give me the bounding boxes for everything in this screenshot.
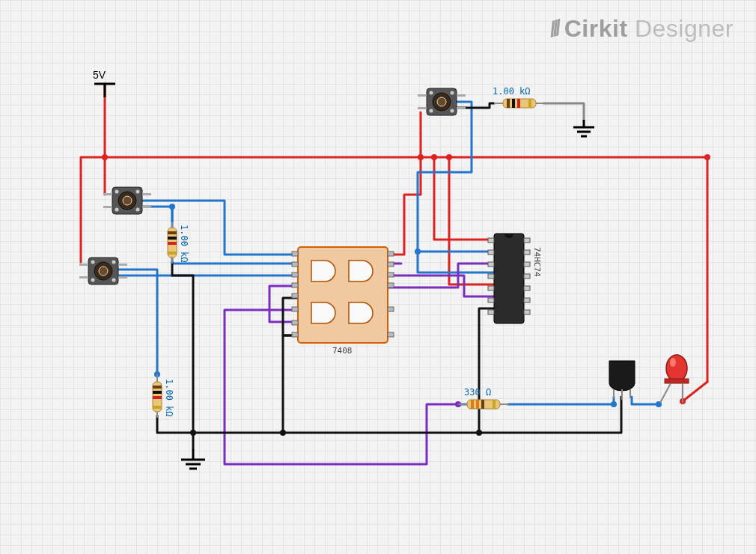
resistor-r2-label: 1.00 kΩ (164, 379, 174, 417)
node-gnd-b (280, 430, 286, 436)
svg-rect-72 (292, 252, 298, 256)
wire-blue-btn2-down[interactable] (118, 270, 157, 374)
wire-red-to-led[interactable] (683, 382, 707, 401)
svg-point-27 (112, 278, 116, 282)
svg-rect-78 (292, 320, 298, 325)
svg-point-16 (136, 208, 140, 212)
svg-point-24 (91, 261, 95, 264)
svg-point-38 (451, 109, 454, 113)
svg-rect-53 (153, 391, 162, 394)
svg-rect-77 (292, 307, 298, 311)
wire-blue-btn3-ic2-clk[interactable] (418, 102, 494, 252)
svg-rect-31 (118, 276, 127, 278)
wire-red-to-ic2a[interactable] (434, 157, 494, 240)
svg-point-36 (451, 91, 454, 95)
svg-rect-79 (292, 332, 298, 337)
node-gnd-a (190, 430, 196, 436)
wire-gnd-r2-join[interactable] (157, 416, 193, 433)
svg-point-34 (437, 97, 446, 106)
svg-rect-82 (388, 273, 394, 277)
wire-gnd-bus-right[interactable] (193, 397, 621, 433)
wire-blue-ic2-clk2[interactable] (418, 252, 494, 273)
svg-rect-87 (488, 238, 494, 243)
wire-black-ic1-gnd[interactable] (283, 335, 298, 433)
resistor-r2[interactable]: 1.00 kΩ (153, 374, 174, 418)
ic-7408-label: 7408 (332, 346, 353, 356)
svg-line-107 (660, 383, 671, 403)
svg-rect-62 (168, 252, 177, 255)
svg-rect-28 (79, 264, 88, 266)
svg-rect-96 (524, 262, 530, 267)
schematic-canvas[interactable]: /// Cirkit Designer (0, 0, 756, 554)
svg-rect-84 (388, 307, 394, 311)
svg-rect-73 (292, 262, 298, 267)
svg-rect-88 (488, 250, 494, 255)
wire-5v-to-btn2[interactable] (81, 157, 105, 262)
wire-red-ic1-vcc[interactable] (388, 157, 421, 255)
svg-rect-61 (168, 242, 177, 245)
resistor-r3[interactable]: 1.00 kΩ (168, 222, 189, 264)
pushbutton-2[interactable] (79, 258, 127, 284)
svg-rect-106 (665, 379, 689, 383)
svg-point-35 (430, 91, 433, 95)
svg-rect-74 (292, 273, 298, 277)
svg-rect-60 (168, 237, 177, 240)
resistor-r1-label: 1.00 kΩ (493, 86, 531, 97)
power-5v-label: 5V (93, 69, 106, 81)
svg-rect-93 (488, 310, 494, 314)
svg-point-105 (670, 358, 676, 367)
resistor-r4[interactable]: 330 Ω (458, 387, 509, 409)
svg-rect-41 (457, 94, 466, 97)
svg-rect-66 (471, 400, 474, 409)
transistor-bjt[interactable] (609, 361, 635, 400)
wire-5v-rail-top[interactable] (105, 84, 707, 382)
resistor-r4-label: 330 Ω (464, 387, 491, 398)
svg-rect-99 (524, 298, 530, 302)
wire-blue-btn1b-ic1[interactable] (142, 201, 298, 255)
svg-rect-46 (512, 99, 515, 108)
ic-74hc74[interactable]: 74HC74 (488, 234, 542, 323)
ground-symbol-2[interactable] (573, 120, 594, 136)
svg-rect-86 (494, 234, 524, 323)
wire-blue-bjt-led[interactable] (632, 397, 659, 404)
wire-gray-r1-gnd[interactable] (543, 103, 584, 120)
svg-point-15 (115, 208, 119, 212)
svg-point-25 (112, 261, 116, 264)
svg-point-13 (115, 190, 119, 194)
node-5v-a (102, 154, 108, 160)
wire-blue-r4-to-bjt[interactable] (507, 397, 614, 404)
wire-purple-ic1-to-ic2a[interactable] (388, 276, 494, 296)
svg-rect-80 (388, 252, 394, 256)
resistor-r3-label: 1.00 kΩ (179, 225, 189, 263)
svg-rect-95 (524, 250, 530, 255)
node-sig-c (415, 249, 421, 255)
svg-rect-48 (528, 99, 531, 108)
svg-rect-91 (488, 286, 494, 290)
svg-rect-18 (103, 206, 112, 208)
svg-rect-30 (118, 264, 127, 266)
power-5v[interactable]: 5V (93, 69, 115, 97)
svg-rect-68 (481, 400, 484, 409)
ground-symbol-1[interactable] (181, 449, 205, 469)
wire-red-to-ic2b[interactable] (449, 157, 494, 284)
svg-rect-29 (79, 276, 88, 278)
resistor-r1[interactable]: 1.00 kΩ (493, 86, 545, 108)
svg-rect-90 (488, 274, 494, 278)
svg-rect-75 (292, 283, 298, 287)
svg-rect-98 (524, 286, 530, 290)
svg-rect-97 (524, 274, 530, 278)
wire-black-ic2-gnd[interactable] (479, 308, 494, 433)
svg-rect-67 (476, 400, 479, 409)
svg-point-104 (666, 355, 687, 382)
svg-point-23 (99, 267, 108, 276)
svg-rect-83 (388, 283, 394, 287)
led-red[interactable] (660, 355, 689, 403)
node-5v-d (446, 154, 452, 160)
svg-rect-47 (517, 99, 520, 108)
svg-rect-19 (142, 193, 151, 195)
node-gnd-c (476, 430, 482, 436)
svg-rect-54 (153, 396, 162, 399)
ic-7408[interactable]: 7408 (292, 247, 394, 356)
wire-black-ic1-gnd-loop[interactable] (283, 298, 298, 335)
svg-rect-69 (493, 400, 496, 409)
